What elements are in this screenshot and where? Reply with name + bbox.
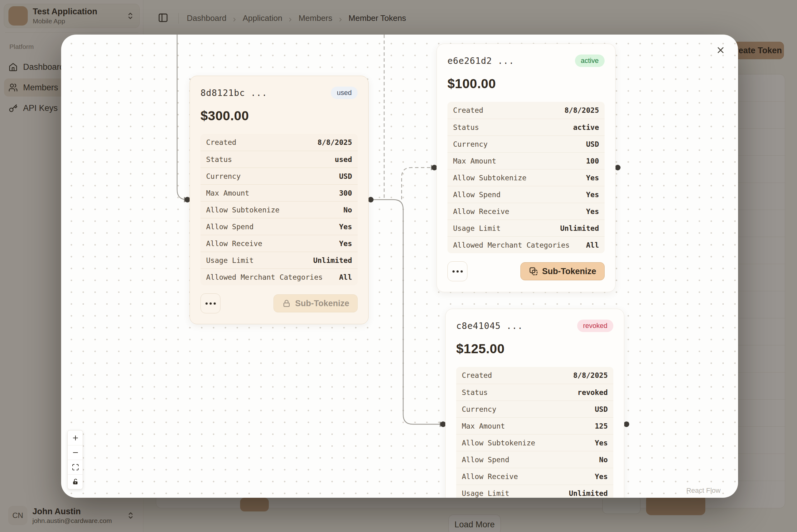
sub-tokenize-label: Sub-Tokenize bbox=[295, 299, 349, 308]
detail-row: Statusrevoked bbox=[456, 384, 613, 401]
control-plus-button[interactable] bbox=[68, 431, 83, 445]
handle-source-token2[interactable] bbox=[615, 165, 620, 170]
token-id: c8e41045 ... bbox=[456, 321, 523, 331]
detail-label: Allow Receive bbox=[462, 473, 518, 481]
detail-table: Created8/8/2025StatususedCurrencyUSDMax … bbox=[200, 134, 358, 285]
detail-row: Allow SpendNo bbox=[456, 451, 613, 468]
detail-row: Max Amount300 bbox=[200, 184, 358, 201]
status-badge: used bbox=[331, 87, 358, 99]
card-header: c8e41045 ...revoked bbox=[456, 320, 613, 332]
lock-icon bbox=[72, 478, 79, 486]
detail-label: Allowed Merchant Categories bbox=[453, 241, 570, 249]
token-node[interactable]: e6e261d2 ...active$100.00Created8/8/2025… bbox=[437, 44, 616, 292]
more-options-button[interactable] bbox=[200, 293, 220, 314]
detail-label: Currency bbox=[206, 172, 241, 180]
detail-row: Allow SubtokenizeYes bbox=[456, 434, 613, 451]
plus-icon bbox=[72, 434, 79, 442]
token-id: e6e261d2 ... bbox=[448, 56, 514, 66]
detail-label: Status bbox=[462, 388, 488, 397]
token-node[interactable]: 8d8121bc ...used$300.00Created8/8/2025St… bbox=[189, 76, 368, 324]
detail-row: Statusused bbox=[200, 151, 358, 168]
detail-row: Allow ReceiveYes bbox=[200, 235, 358, 252]
more-options-button[interactable] bbox=[448, 261, 467, 281]
detail-row: Usage LimitUnlimited bbox=[456, 484, 613, 498]
ellipsis-icon bbox=[214, 302, 216, 305]
detail-row: Usage LimitUnlimited bbox=[200, 252, 358, 268]
detail-row: Allow ReceiveYes bbox=[456, 468, 613, 484]
detail-row: Allowed Merchant CategoriesAll bbox=[448, 236, 604, 253]
sub-tokenize-label: Sub-Tokenize bbox=[542, 267, 596, 276]
detail-label: Currency bbox=[462, 405, 496, 413]
detail-label: Max Amount bbox=[206, 189, 249, 197]
detail-value: used bbox=[335, 155, 352, 164]
handle-source-token1[interactable] bbox=[368, 197, 374, 203]
status-badge: active bbox=[575, 55, 604, 67]
detail-row: Allow ReceiveYes bbox=[448, 203, 604, 220]
fit-view-icon bbox=[72, 463, 79, 471]
detail-value: 100 bbox=[586, 157, 599, 165]
detail-label: Allowed Merchant Categories bbox=[206, 273, 323, 281]
detail-value: USD bbox=[339, 172, 352, 180]
screen: Test Application Mobile App Platform Das… bbox=[0, 0, 797, 532]
control-fit-view-button[interactable] bbox=[68, 460, 83, 474]
close-button[interactable] bbox=[714, 44, 727, 58]
control-lock-button[interactable] bbox=[68, 474, 83, 489]
detail-value: 300 bbox=[339, 189, 352, 197]
detail-row: Usage LimitUnlimited bbox=[448, 220, 604, 236]
ellipsis-icon bbox=[460, 270, 463, 272]
detail-label: Created bbox=[462, 371, 492, 379]
detail-label: Allow Subtokenize bbox=[453, 174, 526, 182]
detail-label: Status bbox=[453, 124, 479, 131]
detail-value: All bbox=[339, 273, 352, 281]
sub-tokenize-button[interactable]: Sub-Tokenize bbox=[273, 294, 358, 312]
detail-value: 125 bbox=[595, 422, 608, 430]
edge-token1-to-token3 bbox=[371, 200, 442, 424]
detail-row: Created8/8/2025 bbox=[456, 367, 613, 384]
ellipsis-icon bbox=[456, 270, 459, 272]
detail-label: Created bbox=[453, 106, 483, 114]
detail-value: No bbox=[599, 456, 608, 464]
detail-label: Allow Spend bbox=[206, 223, 254, 231]
detail-label: Usage Limit bbox=[453, 224, 501, 232]
detail-row: Allow SubtokenizeYes bbox=[448, 169, 604, 186]
detail-value: Yes bbox=[586, 207, 599, 215]
subtokenize-icon bbox=[529, 267, 538, 276]
card-footer: Sub-Tokenize bbox=[448, 261, 604, 281]
card-footer: Sub-Tokenize bbox=[200, 293, 358, 314]
detail-row: Allowed Merchant CategoriesAll bbox=[200, 268, 358, 285]
ellipsis-icon bbox=[210, 302, 212, 305]
detail-row: Created8/8/2025 bbox=[200, 134, 358, 151]
detail-label: Allow Receive bbox=[453, 207, 509, 215]
ellipsis-icon bbox=[205, 302, 208, 305]
detail-value: Yes bbox=[339, 223, 352, 231]
edge-parent-to-token1 bbox=[177, 35, 187, 200]
detail-label: Created bbox=[206, 138, 236, 146]
control-minus-button[interactable] bbox=[68, 445, 83, 460]
detail-value: active bbox=[573, 124, 599, 131]
detail-row: Max Amount125 bbox=[456, 417, 613, 434]
detail-label: Usage Limit bbox=[206, 256, 254, 264]
detail-label: Max Amount bbox=[462, 422, 505, 430]
lock-small-icon bbox=[282, 299, 291, 308]
detail-label: Allow Spend bbox=[462, 456, 509, 464]
detail-value: revoked bbox=[578, 388, 608, 397]
close-icon bbox=[716, 45, 726, 56]
edge-token1-to-token2 bbox=[402, 168, 433, 200]
detail-label: Allow Spend bbox=[453, 191, 501, 199]
detail-row: Allow SpendYes bbox=[448, 186, 604, 203]
detail-value: All bbox=[586, 241, 599, 249]
token-amount: $125.00 bbox=[456, 340, 613, 358]
sub-tokenize-button[interactable]: Sub-Tokenize bbox=[521, 262, 604, 280]
token-node[interactable]: c8e41045 ...revoked$125.00Created8/8/202… bbox=[445, 309, 624, 498]
handle-source-token3[interactable] bbox=[623, 421, 629, 427]
detail-value: 8/8/2025 bbox=[573, 371, 608, 379]
detail-value: 8/8/2025 bbox=[564, 106, 599, 114]
detail-value: USD bbox=[586, 140, 599, 148]
token-id: 8d8121bc ... bbox=[200, 88, 267, 98]
detail-value: Yes bbox=[595, 473, 608, 481]
detail-value: Unlimited bbox=[569, 489, 608, 497]
detail-label: Status bbox=[206, 155, 232, 164]
detail-value: Unlimited bbox=[313, 256, 352, 264]
status-badge: revoked bbox=[577, 320, 613, 332]
detail-label: Max Amount bbox=[453, 157, 496, 165]
